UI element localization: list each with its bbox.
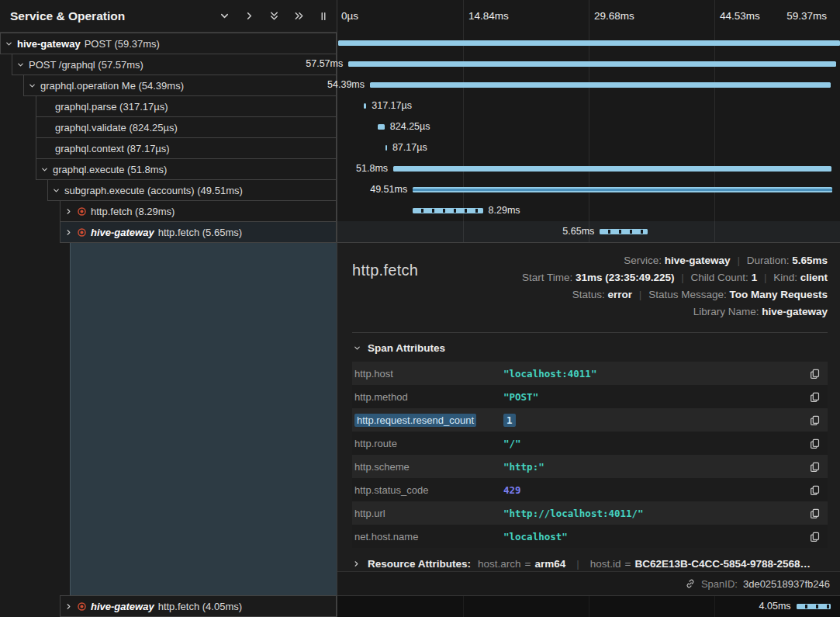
separator: | bbox=[576, 558, 579, 570]
span-bar[interactable] bbox=[393, 166, 831, 172]
span-tree-row-root[interactable]: hive-gateway POST (59.37ms) bbox=[0, 33, 337, 54]
attribute-row[interactable]: http.scheme "http:" bbox=[352, 455, 828, 478]
copy-icon[interactable] bbox=[809, 508, 821, 519]
link-icon[interactable] bbox=[685, 578, 696, 589]
span-bar[interactable] bbox=[413, 208, 482, 213]
attribute-value: 1 bbox=[503, 414, 516, 426]
timeline-lanes: 57.57ms 54.39ms 317.17µs 824.25µs 87.17µ… bbox=[337, 33, 840, 242]
meta-kind: client bbox=[800, 272, 828, 283]
ruler-tick-label: 0µs bbox=[341, 0, 358, 33]
meta-library: hive-gateway bbox=[762, 306, 828, 317]
attribute-key: http.status_code bbox=[354, 484, 503, 496]
timeline-row: 8.29ms bbox=[337, 200, 840, 221]
chevron-down-icon[interactable] bbox=[16, 61, 25, 69]
span-label: http.fetch (8.29ms) bbox=[91, 206, 175, 217]
span-tree-row-selected[interactable]: hive-gateway http.fetch (5.65ms) bbox=[60, 221, 337, 243]
chevron-right-icon[interactable] bbox=[64, 228, 73, 237]
chevron-down-icon[interactable] bbox=[52, 186, 60, 195]
expand-one-icon[interactable] bbox=[244, 10, 255, 22]
span-label: graphql.execute (51.8ms) bbox=[53, 164, 167, 175]
bar-duration-label: 317.17µs bbox=[372, 95, 412, 116]
span-attributes-header[interactable]: Span Attributes bbox=[353, 342, 828, 354]
span-service-name: hive-gateway bbox=[91, 601, 154, 612]
resource-value: BC62E13B-C4CC-5854-9788-2568… bbox=[634, 558, 811, 570]
copy-icon[interactable] bbox=[809, 461, 821, 473]
timeline-row-selected: 5.65ms bbox=[337, 221, 840, 242]
copy-icon[interactable] bbox=[809, 414, 821, 426]
timeline-row: 54.39ms bbox=[337, 75, 840, 95]
chevron-down-icon[interactable] bbox=[5, 40, 13, 48]
span-bar[interactable] bbox=[797, 604, 831, 609]
span-tree-row[interactable]: http.fetch (8.29ms) bbox=[60, 200, 337, 222]
tree-panel-header: Service & Operation bbox=[0, 0, 337, 33]
span-service-name: hive-gateway bbox=[17, 38, 81, 50]
error-status-icon bbox=[77, 206, 87, 217]
copy-icon[interactable] bbox=[809, 531, 821, 542]
copy-icon[interactable] bbox=[809, 484, 821, 496]
resource-key: host.id bbox=[590, 558, 621, 570]
attribute-row[interactable]: http.host "localhost:4011" bbox=[352, 362, 828, 385]
ruler-tick-label: 44.53ms bbox=[720, 0, 760, 33]
detail-header: http.fetch Service: hive-gateway | Durat… bbox=[352, 252, 828, 321]
chevron-down-icon[interactable] bbox=[40, 165, 49, 174]
attribute-row[interactable]: http.status_code 429 bbox=[352, 478, 828, 501]
meta-line: Library Name: hive-gateway bbox=[522, 303, 828, 321]
collapse-one-icon[interactable] bbox=[219, 10, 230, 22]
chevron-down-icon[interactable] bbox=[28, 81, 36, 90]
trace-viewer: Service & Operation hive-gateway POST (5… bbox=[0, 0, 840, 617]
span-tree-row[interactable]: POST /graphql (57.57ms) bbox=[12, 54, 337, 75]
attribute-row[interactable]: http.method "POST" bbox=[352, 385, 828, 408]
detail-span-title: http.fetch bbox=[352, 252, 418, 279]
copy-icon[interactable] bbox=[809, 438, 821, 449]
attribute-value: "localhost:4011" bbox=[503, 368, 596, 380]
span-label: POST (59.37ms) bbox=[85, 38, 160, 50]
resource-attributes-row[interactable]: Resource Attributes: host.arch = arm64 |… bbox=[352, 558, 828, 570]
span-label: graphql.parse (317.17µs) bbox=[55, 101, 168, 113]
span-tree-row[interactable]: graphql.execute (51.8ms) bbox=[36, 158, 337, 180]
span-tree-row[interactable]: hive-gateway http.fetch (4.05ms) bbox=[60, 595, 337, 617]
timeline-row bbox=[337, 33, 840, 54]
span-bar[interactable] bbox=[370, 82, 831, 88]
span-tree-row[interactable]: graphql.validate (824.25µs) bbox=[36, 116, 337, 138]
copy-icon[interactable] bbox=[809, 391, 821, 403]
separator: | bbox=[737, 255, 740, 266]
span-tree-row[interactable]: graphql.operation Me (54.39ms) bbox=[23, 75, 337, 96]
span-label: http.fetch (4.05ms) bbox=[158, 601, 242, 612]
span-bar[interactable] bbox=[385, 145, 387, 151]
copy-icon[interactable] bbox=[809, 368, 821, 380]
span-tree-row[interactable]: graphql.parse (317.17µs) bbox=[36, 95, 337, 117]
span-bar[interactable] bbox=[413, 187, 831, 192]
meta-line: Service: hive-gateway | Duration: 5.65ms bbox=[522, 252, 828, 269]
attribute-row[interactable]: http.route "/" bbox=[352, 432, 828, 455]
collapse-all-icon[interactable] bbox=[268, 10, 280, 22]
attribute-value: "POST" bbox=[503, 391, 538, 403]
error-status-icon bbox=[77, 601, 87, 612]
span-bar[interactable] bbox=[364, 103, 366, 109]
span-bar[interactable] bbox=[378, 124, 385, 130]
chevron-right-icon[interactable] bbox=[64, 602, 73, 611]
resource-attributes-heading: Resource Attributes: bbox=[368, 558, 471, 570]
chevron-right-icon[interactable] bbox=[64, 207, 73, 216]
bar-duration-label: 87.17µs bbox=[392, 137, 427, 158]
meta-status: error bbox=[608, 289, 633, 300]
attribute-row[interactable]: net.host.name "localhost" bbox=[352, 525, 828, 548]
attribute-row[interactable]: http.url "http://localhost:4011/" bbox=[352, 501, 828, 525]
meta-line: Start Time: 31ms (23:35:49.225) | Child … bbox=[522, 269, 828, 286]
meta-child-count: 1 bbox=[752, 272, 758, 283]
chevron-down-icon[interactable] bbox=[353, 344, 361, 352]
timeline-row: 51.8ms bbox=[337, 158, 840, 179]
span-label: POST /graphql (57.57ms) bbox=[29, 59, 143, 71]
expand-all-icon[interactable] bbox=[293, 10, 305, 22]
bar-duration-label: 5.65ms bbox=[562, 221, 594, 242]
span-tree-row[interactable]: subgraph.execute (accounts) (49.51ms) bbox=[47, 179, 337, 201]
chevron-right-icon[interactable] bbox=[352, 560, 361, 568]
span-tree-row[interactable]: graphql.context (87.17µs) bbox=[36, 137, 337, 159]
span-bar[interactable] bbox=[348, 61, 835, 67]
span-bar[interactable] bbox=[600, 229, 648, 234]
panel-resize-handle[interactable] bbox=[318, 11, 329, 22]
attribute-key: http.url bbox=[354, 508, 503, 519]
attribute-row-selected[interactable]: http.request.resend_count 1 bbox=[352, 408, 828, 432]
bar-duration-label: 4.05ms bbox=[759, 596, 791, 617]
resource-key: host.arch bbox=[478, 558, 521, 570]
span-bar[interactable] bbox=[338, 40, 840, 46]
